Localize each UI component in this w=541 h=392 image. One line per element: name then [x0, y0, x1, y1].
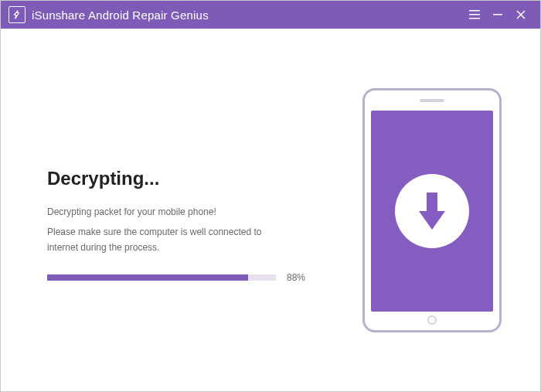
app-window: iSunshare Android Repair Genius Decrypti… — [0, 0, 541, 392]
svg-rect-6 — [427, 193, 437, 213]
illustration-panel — [347, 60, 517, 360]
content-area: Decrypting... Decrypting packet for your… — [1, 29, 540, 391]
minimize-icon — [493, 10, 502, 19]
progress-bar — [47, 274, 276, 281]
svg-rect-2 — [469, 18, 480, 19]
close-icon — [516, 10, 526, 19]
app-icon — [9, 6, 26, 23]
close-button[interactable] — [509, 1, 532, 29]
status-heading: Decrypting... — [47, 168, 324, 189]
download-arrow-icon — [413, 189, 451, 233]
progress-percent-label: 88% — [287, 272, 305, 283]
progress-row: 88% — [47, 272, 324, 283]
titlebar: iSunshare Android Repair Genius — [1, 1, 540, 29]
svg-marker-7 — [419, 211, 445, 230]
svg-rect-3 — [493, 14, 502, 15]
progress-fill — [47, 274, 248, 281]
phone-speaker — [420, 99, 444, 102]
menu-button[interactable] — [463, 1, 486, 29]
minimize-button[interactable] — [486, 1, 509, 29]
phone-home-button — [427, 315, 437, 325]
menu-icon — [469, 10, 480, 19]
status-line-1: Decrypting packet for your mobile phone! — [47, 206, 324, 217]
svg-rect-1 — [469, 14, 480, 15]
download-badge — [395, 174, 469, 248]
status-panel: Decrypting... Decrypting packet for your… — [47, 60, 347, 360]
phone-illustration — [362, 88, 502, 332]
app-title: iSunshare Android Repair Genius — [32, 9, 209, 22]
phone-screen — [371, 111, 493, 312]
svg-rect-0 — [469, 10, 480, 12]
status-line-2: Please make sure the computer is well co… — [47, 225, 294, 254]
